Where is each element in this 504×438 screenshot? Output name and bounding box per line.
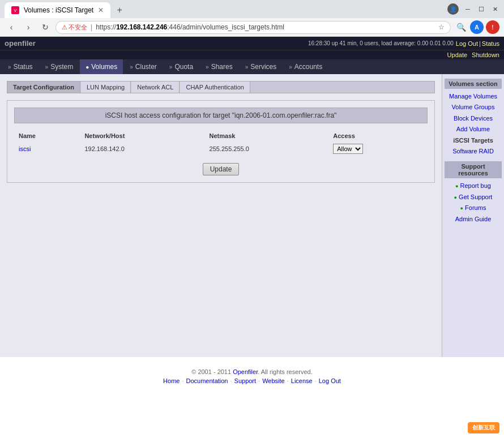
sidebar-manage-volumes[interactable]: Manage Volumes — [445, 91, 502, 102]
forward-button[interactable]: › — [22, 20, 35, 34]
content-area: Target Configuration LUN Mapping Network… — [0, 74, 442, 357]
footer-website-link[interactable]: Website — [262, 377, 285, 384]
title-bar: V Volumes : iSCSI Target ✕ + 👤 ─ ☐ ✕ — [0, 0, 504, 18]
sidebar-software-raid[interactable]: Software RAID — [445, 146, 502, 157]
tab-favicon: V — [11, 6, 19, 14]
back-button[interactable]: ‹ — [5, 20, 18, 34]
sidebar-get-support[interactable]: ● Get Support — [445, 192, 502, 203]
sub-nav: Target Configuration LUN Mapping Network… — [7, 81, 435, 93]
footer-logout-link[interactable]: Log Out — [319, 377, 341, 384]
logout-link[interactable]: Log Out — [456, 40, 478, 47]
browser-chrome: V Volumes : iSCSI Target ✕ + 👤 ─ ☐ ✕ ‹ ›… — [0, 0, 504, 37]
app-header: openfiler 16:28:30 up 41 min, 0 users, l… — [0, 37, 504, 50]
sub-tab-lun-mapping[interactable]: LUN Mapping — [81, 81, 131, 93]
active-tab[interactable]: V Volumes : iSCSI Target ✕ — [5, 2, 110, 18]
sidebar-volume-groups[interactable]: Volume Groups — [445, 102, 502, 113]
app-logo: openfiler — [5, 39, 36, 48]
col-header-name: Name — [14, 130, 80, 141]
content-header: iSCSI host access configuration for targ… — [14, 108, 428, 123]
sidebar-block-devices[interactable]: Block Devices — [445, 113, 502, 124]
nav-tab-shares[interactable]: » Shares — [200, 59, 238, 74]
nav-tab-accounts[interactable]: » Accounts — [283, 59, 328, 74]
toolbar-icons: 🔍 A ! — [454, 20, 499, 34]
restore-button[interactable]: ☐ — [477, 5, 486, 14]
volumes-section-title: Volumes section — [445, 79, 502, 89]
nav-tab-volumes[interactable]: ● Volumes — [80, 59, 123, 74]
new-tab-button[interactable]: + — [110, 2, 129, 18]
access-select[interactable]: Allow Deny — [333, 144, 363, 154]
support-section-title: Support resources — [445, 161, 502, 178]
url-text: https://192.168.142.246:446/admin/volume… — [96, 23, 435, 31]
sub-tab-network-acl[interactable]: Network ACL — [131, 81, 180, 93]
browser-toolbar: ‹ › ↻ ⚠ 不安全 | https://192.168.142.246:44… — [0, 18, 504, 37]
bookmark-icon[interactable]: ☆ — [438, 23, 445, 31]
nav-tab-services[interactable]: » Services — [240, 59, 283, 74]
table-row: iscsi 192.168.142.0 255.255.255.0 Allow … — [14, 141, 428, 156]
cell-network-host: 192.168.142.0 — [80, 141, 204, 156]
sub-tab-chap-auth[interactable]: CHAP Authentication — [180, 81, 250, 93]
tab-bar: V Volumes : iSCSI Target ✕ + — [5, 0, 447, 18]
tab-title: Volumes : iSCSI Target — [24, 6, 93, 14]
col-header-netmask: Netmask — [205, 130, 329, 141]
col-header-access: Access — [328, 130, 428, 141]
acl-table: Name Network/Host Netmask Access iscsi 1… — [14, 130, 428, 156]
content-box: iSCSI host access configuration for targ… — [7, 100, 435, 183]
main-nav: » Status » System ● Volumes » Cluster » … — [0, 59, 504, 74]
col-header-network-host: Network/Host — [80, 130, 204, 141]
notification-button[interactable]: ! — [486, 20, 499, 34]
sidebar-report-bug[interactable]: ● Report bug — [445, 181, 502, 191]
header-actions: Log Out | Status — [456, 40, 499, 47]
main-area: Target Configuration LUN Mapping Network… — [0, 74, 504, 357]
window-controls: 👤 ─ ☐ ✕ — [447, 3, 499, 15]
sidebar-forums[interactable]: ● Forums — [445, 203, 502, 213]
profile-button[interactable]: A — [470, 20, 484, 34]
footer-openfiler-link[interactable]: Openfiler — [233, 368, 258, 375]
status-link[interactable]: Status — [482, 40, 499, 47]
sub-tab-target-config[interactable]: Target Configuration — [7, 81, 80, 93]
footer-documentation-link[interactable]: Documentation — [186, 377, 228, 384]
search-icon[interactable]: 🔍 — [454, 20, 468, 34]
footer-support-link[interactable]: Support — [234, 377, 257, 384]
cell-netmask: 255.255.255.0 — [205, 141, 329, 156]
refresh-button[interactable]: ↻ — [39, 20, 52, 34]
app-header-right: 16:28:30 up 41 min, 0 users, load averag… — [308, 40, 499, 47]
address-bar[interactable]: ⚠ 不安全 | https://192.168.142.246:446/admi… — [55, 21, 451, 34]
sidebar-admin-guide[interactable]: Admin Guide — [445, 214, 502, 225]
iscsi-link[interactable]: iscsi — [19, 145, 31, 152]
sidebar-iscsi-targets[interactable]: iSCSI Targets — [445, 135, 502, 146]
footer-license-link[interactable]: License — [291, 377, 313, 384]
right-sidebar: Volumes section Manage Volumes Volume Gr… — [442, 74, 504, 357]
nav-tab-quota[interactable]: » Quota — [164, 59, 199, 74]
sidebar-add-volume[interactable]: Add Volume — [445, 124, 502, 135]
footer-home-link[interactable]: Home — [163, 377, 180, 384]
watermark: 创新互联 — [468, 422, 499, 433]
cell-access[interactable]: Allow Deny — [328, 141, 428, 156]
minimize-button[interactable]: ─ — [463, 5, 472, 14]
update-link[interactable]: Update — [447, 51, 467, 58]
secondary-header: Update Shutdown — [0, 50, 504, 59]
profile-icon: 👤 — [447, 3, 459, 15]
footer-copyright: © 2001 - 2011 Openfiler. All rights rese… — [11, 368, 493, 375]
nav-tab-status[interactable]: » Status — [2, 59, 39, 74]
security-warning: ⚠ 不安全 — [62, 23, 87, 32]
footer-links: Home · Documentation · Support · Website… — [11, 377, 493, 384]
update-button[interactable]: Update — [203, 163, 240, 175]
nav-tab-cluster[interactable]: » Cluster — [124, 59, 163, 74]
nav-tab-system[interactable]: » System — [40, 59, 79, 74]
close-button[interactable]: ✕ — [490, 5, 499, 14]
shutdown-link[interactable]: Shutdown — [472, 51, 499, 58]
cell-name: iscsi — [14, 141, 80, 156]
tab-close-button[interactable]: ✕ — [98, 6, 104, 14]
status-text: 16:28:30 up 41 min, 0 users, load averag… — [308, 40, 454, 46]
footer: © 2001 - 2011 Openfiler. All rights rese… — [0, 357, 504, 396]
sidebar-divider — [445, 157, 502, 161]
